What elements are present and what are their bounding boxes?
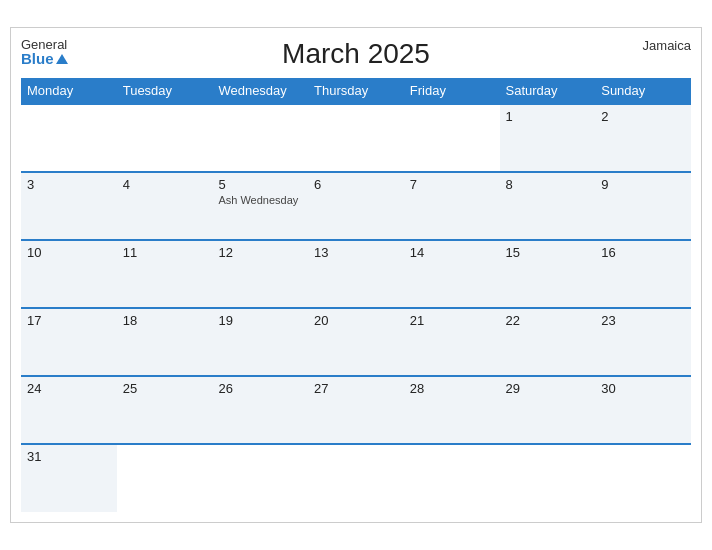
calendar-cell [404, 104, 500, 172]
calendar-cell: 25 [117, 376, 213, 444]
day-number: 15 [506, 245, 590, 260]
calendar-cell [308, 444, 404, 512]
calendar-cell: 30 [595, 376, 691, 444]
day-number: 17 [27, 313, 111, 328]
calendar-cell: 13 [308, 240, 404, 308]
weekday-header-row: Monday Tuesday Wednesday Thursday Friday… [21, 78, 691, 104]
day-number: 21 [410, 313, 494, 328]
day-number: 1 [506, 109, 590, 124]
calendar-cell: 6 [308, 172, 404, 240]
header-saturday: Saturday [500, 78, 596, 104]
calendar-cell: 23 [595, 308, 691, 376]
day-number: 5 [218, 177, 302, 192]
calendar-week-row: 12 [21, 104, 691, 172]
calendar-cell: 29 [500, 376, 596, 444]
day-number: 20 [314, 313, 398, 328]
day-number: 2 [601, 109, 685, 124]
header-tuesday: Tuesday [117, 78, 213, 104]
calendar-cell: 16 [595, 240, 691, 308]
day-number: 25 [123, 381, 207, 396]
calendar-cell [117, 104, 213, 172]
calendar-cell [308, 104, 404, 172]
day-number: 10 [27, 245, 111, 260]
calendar-week-row: 10111213141516 [21, 240, 691, 308]
calendar-grid: Monday Tuesday Wednesday Thursday Friday… [21, 78, 691, 512]
calendar-cell: 5Ash Wednesday [212, 172, 308, 240]
calendar-cell: 4 [117, 172, 213, 240]
calendar-cell [595, 444, 691, 512]
calendar-cell: 1 [500, 104, 596, 172]
brand-logo: General Blue [21, 38, 68, 66]
day-number: 28 [410, 381, 494, 396]
calendar-week-row: 345Ash Wednesday6789 [21, 172, 691, 240]
calendar-cell [212, 104, 308, 172]
calendar-cell: 15 [500, 240, 596, 308]
day-number: 19 [218, 313, 302, 328]
calendar-cell: 12 [212, 240, 308, 308]
calendar-container: General Blue March 2025 Jamaica Monday T… [10, 27, 702, 523]
calendar-cell: 27 [308, 376, 404, 444]
calendar-cell: 11 [117, 240, 213, 308]
calendar-cell: 19 [212, 308, 308, 376]
day-number: 16 [601, 245, 685, 260]
calendar-cell [117, 444, 213, 512]
calendar-cell: 18 [117, 308, 213, 376]
calendar-cell: 2 [595, 104, 691, 172]
calendar-cell: 26 [212, 376, 308, 444]
calendar-cell: 3 [21, 172, 117, 240]
calendar-title: March 2025 [282, 38, 430, 70]
region-label: Jamaica [643, 38, 691, 53]
day-number: 22 [506, 313, 590, 328]
calendar-header: General Blue March 2025 Jamaica [21, 38, 691, 70]
day-number: 29 [506, 381, 590, 396]
day-number: 6 [314, 177, 398, 192]
calendar-cell: 22 [500, 308, 596, 376]
day-number: 18 [123, 313, 207, 328]
calendar-cell: 28 [404, 376, 500, 444]
day-number: 23 [601, 313, 685, 328]
calendar-cell: 24 [21, 376, 117, 444]
calendar-cell: 21 [404, 308, 500, 376]
day-number: 4 [123, 177, 207, 192]
calendar-cell: 20 [308, 308, 404, 376]
calendar-cell [404, 444, 500, 512]
header-friday: Friday [404, 78, 500, 104]
day-number: 7 [410, 177, 494, 192]
day-number: 14 [410, 245, 494, 260]
day-number: 3 [27, 177, 111, 192]
calendar-week-row: 24252627282930 [21, 376, 691, 444]
calendar-week-row: 17181920212223 [21, 308, 691, 376]
calendar-cell: 7 [404, 172, 500, 240]
day-number: 27 [314, 381, 398, 396]
day-number: 31 [27, 449, 111, 464]
calendar-cell: 9 [595, 172, 691, 240]
calendar-cell: 17 [21, 308, 117, 376]
day-event: Ash Wednesday [218, 194, 302, 206]
calendar-cell: 31 [21, 444, 117, 512]
day-number: 12 [218, 245, 302, 260]
day-number: 11 [123, 245, 207, 260]
header-wednesday: Wednesday [212, 78, 308, 104]
header-sunday: Sunday [595, 78, 691, 104]
day-number: 30 [601, 381, 685, 396]
header-monday: Monday [21, 78, 117, 104]
header-thursday: Thursday [308, 78, 404, 104]
brand-blue-text: Blue [21, 51, 68, 66]
calendar-cell [212, 444, 308, 512]
day-number: 9 [601, 177, 685, 192]
day-number: 26 [218, 381, 302, 396]
calendar-cell [500, 444, 596, 512]
calendar-cell: 14 [404, 240, 500, 308]
calendar-week-row: 31 [21, 444, 691, 512]
brand-triangle-icon [56, 54, 68, 64]
calendar-cell: 8 [500, 172, 596, 240]
calendar-cell [21, 104, 117, 172]
day-number: 8 [506, 177, 590, 192]
day-number: 13 [314, 245, 398, 260]
calendar-cell: 10 [21, 240, 117, 308]
day-number: 24 [27, 381, 111, 396]
